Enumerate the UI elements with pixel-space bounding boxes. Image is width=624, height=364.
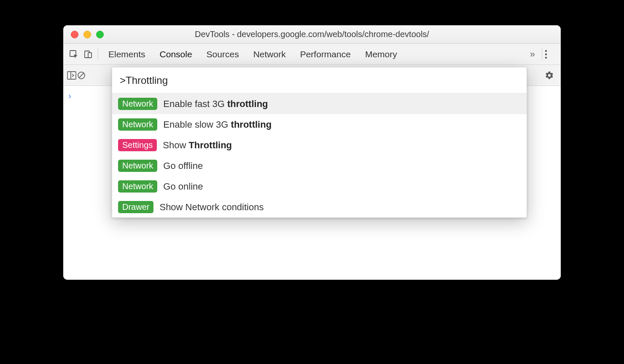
command-menu-item-badge: Drawer bbox=[118, 201, 153, 213]
command-menu-item-label: Show Network conditions bbox=[159, 202, 264, 213]
command-menu-item-label: Go offline bbox=[163, 161, 203, 171]
console-settings-icon[interactable] bbox=[545, 71, 554, 80]
command-menu-item-label: Go online bbox=[163, 181, 203, 192]
devtools-window: DevTools - developers.google.com/web/too… bbox=[63, 25, 561, 280]
svg-rect-2 bbox=[88, 53, 91, 58]
command-menu-item[interactable]: NetworkGo online bbox=[112, 176, 527, 197]
window-title: DevTools - developers.google.com/web/too… bbox=[63, 29, 561, 39]
command-menu-input-row bbox=[112, 67, 527, 94]
customize-devtools-icon[interactable] bbox=[545, 50, 557, 59]
command-menu-item-badge: Network bbox=[118, 118, 157, 131]
separator bbox=[98, 48, 98, 61]
inspect-element-icon[interactable] bbox=[67, 47, 81, 62]
more-tabs-icon[interactable]: » bbox=[530, 49, 535, 60]
svg-point-3 bbox=[545, 50, 547, 51]
tab-network[interactable]: Network bbox=[253, 49, 286, 59]
command-menu: NetworkEnable fast 3G throttlingNetworkE… bbox=[112, 67, 527, 218]
svg-point-4 bbox=[545, 53, 547, 55]
tab-memory[interactable]: Memory bbox=[365, 49, 397, 59]
command-menu-item[interactable]: DrawerShow Network conditions bbox=[112, 197, 527, 217]
command-menu-item-label: Enable slow 3G throttling bbox=[163, 119, 272, 130]
zoom-window-button[interactable] bbox=[96, 31, 104, 38]
command-menu-item-badge: Network bbox=[118, 160, 157, 172]
tab-elements[interactable]: Elements bbox=[108, 49, 145, 59]
command-menu-item[interactable]: SettingsShow Throttling bbox=[112, 135, 527, 155]
command-menu-item-badge: Network bbox=[118, 180, 157, 193]
device-toolbar-icon[interactable] bbox=[81, 47, 95, 62]
close-window-button[interactable] bbox=[71, 31, 78, 38]
svg-rect-6 bbox=[67, 72, 76, 79]
command-menu-item[interactable]: NetworkEnable slow 3G throttling bbox=[112, 114, 527, 135]
command-menu-item-label: Show Throttling bbox=[163, 140, 232, 151]
command-menu-item-label: Enable fast 3G throttling bbox=[163, 99, 268, 110]
main-toolbar: ElementsConsoleSourcesNetworkPerformance… bbox=[63, 44, 561, 65]
console-prompt-chevron-icon: › bbox=[68, 91, 71, 101]
svg-line-9 bbox=[79, 73, 84, 78]
command-menu-results: NetworkEnable fast 3G throttlingNetworkE… bbox=[112, 94, 527, 217]
separator bbox=[542, 48, 542, 61]
command-menu-item[interactable]: NetworkGo offline bbox=[112, 155, 527, 176]
console-sidebar-toggle-icon[interactable] bbox=[67, 71, 77, 80]
tab-performance[interactable]: Performance bbox=[300, 49, 351, 59]
traffic-lights bbox=[63, 31, 104, 38]
command-menu-input[interactable] bbox=[120, 75, 519, 86]
tab-sources[interactable]: Sources bbox=[207, 49, 239, 59]
command-menu-item-badge: Settings bbox=[118, 139, 157, 151]
minimize-window-button[interactable] bbox=[83, 31, 91, 38]
command-menu-item-badge: Network bbox=[118, 98, 157, 110]
command-menu-item[interactable]: NetworkEnable fast 3G throttling bbox=[112, 94, 527, 114]
clear-console-icon[interactable] bbox=[77, 71, 86, 80]
panel-tabs: ElementsConsoleSourcesNetworkPerformance… bbox=[108, 49, 530, 59]
svg-point-5 bbox=[545, 56, 547, 58]
titlebar: DevTools - developers.google.com/web/too… bbox=[63, 25, 561, 44]
tab-console[interactable]: Console bbox=[160, 49, 192, 59]
